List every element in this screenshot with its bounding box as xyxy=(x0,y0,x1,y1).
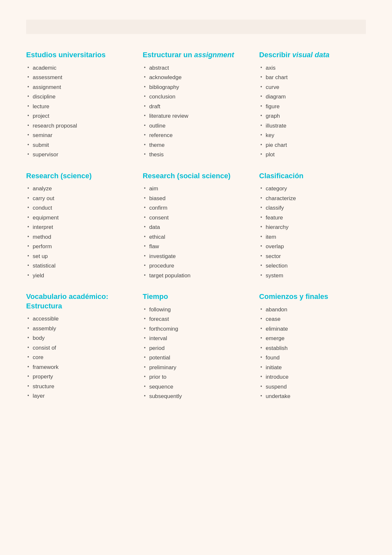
list-item: graph xyxy=(259,111,366,121)
list-item: sequence xyxy=(143,382,250,392)
list-item: carry out xyxy=(26,194,133,203)
list-item: plot xyxy=(259,150,366,160)
list-item: diagram xyxy=(259,92,366,102)
list-item: subsequently xyxy=(143,391,250,401)
list-item: suspend xyxy=(259,382,366,392)
section-research-social-science: Research (social science)aimbiasedconfir… xyxy=(143,171,250,281)
section-title-describir-visual-data: Describir visual data xyxy=(259,50,366,60)
list-item: procedure xyxy=(143,261,250,271)
list-item: draft xyxy=(143,102,250,112)
list-item: key xyxy=(259,130,366,140)
list-item: data xyxy=(143,222,250,232)
list-item: accessible xyxy=(26,314,133,324)
word-list-describir-visual-data: axisbar chartcurvediagramfiguregraphillu… xyxy=(259,63,366,160)
list-item: forecast xyxy=(143,314,250,324)
list-item: structure xyxy=(26,382,133,391)
section-title-comienzos-finales: Comienzos y finales xyxy=(259,292,366,302)
list-item: classify xyxy=(259,203,366,213)
list-item: consist of xyxy=(26,343,133,353)
list-item: interpret xyxy=(26,222,133,232)
column-3: Describir visual dataaxisbar chartcurved… xyxy=(259,50,366,413)
section-estructurar-assignment: Estructurar un assignmentabstractacknowl… xyxy=(143,50,250,160)
section-title-tiempo: Tiempo xyxy=(143,292,250,302)
list-item: item xyxy=(259,232,366,242)
list-item: axis xyxy=(259,63,366,73)
page-title-wrapper xyxy=(26,20,366,34)
list-item: system xyxy=(259,271,366,281)
list-item: body xyxy=(26,333,133,343)
section-research-science: Research (science)analyzecarry outconduc… xyxy=(26,171,133,281)
list-item: acknowledge xyxy=(143,73,250,82)
list-item: category xyxy=(259,184,366,194)
list-item: initiate xyxy=(259,363,366,373)
word-list-estudios-universitarios: academicassessmentassignmentdisciplinele… xyxy=(26,63,133,160)
section-title-research-science: Research (science) xyxy=(26,171,133,181)
list-item: literature review xyxy=(143,111,250,121)
list-item: assignment xyxy=(26,82,133,92)
list-item: submit xyxy=(26,140,133,150)
list-item: theme xyxy=(143,140,250,150)
list-item: introduce xyxy=(259,372,366,382)
list-item: research proposal xyxy=(26,121,133,131)
section-clasificacion: Clasificacióncategorycharacterizeclassif… xyxy=(259,171,366,281)
list-item: investigate xyxy=(143,251,250,261)
list-item: prior to xyxy=(143,372,250,382)
list-item: selection xyxy=(259,261,366,271)
list-item: cease xyxy=(259,314,366,324)
list-item: potential xyxy=(143,353,250,363)
columns-container: Estudios universitariosacademicassessmen… xyxy=(26,50,366,413)
word-list-research-social-science: aimbiasedconfirmconsentdataethicalflawin… xyxy=(143,184,250,280)
word-list-tiempo: followingforecastforthcomingintervalperi… xyxy=(143,305,250,401)
list-item: perform xyxy=(26,242,133,251)
list-item: assembly xyxy=(26,324,133,334)
list-item: discipline xyxy=(26,92,133,102)
list-item: outline xyxy=(143,121,250,131)
section-title-clasificacion: Clasificación xyxy=(259,171,366,181)
list-item: abandon xyxy=(259,305,366,315)
list-item: yield xyxy=(26,271,133,281)
list-item: bar chart xyxy=(259,73,366,82)
list-item: bibliography xyxy=(143,82,250,92)
list-item: eliminate xyxy=(259,324,366,334)
list-item: seminar xyxy=(26,130,133,140)
list-item: found xyxy=(259,353,366,363)
section-describir-visual-data: Describir visual dataaxisbar chartcurved… xyxy=(259,50,366,160)
list-item: biased xyxy=(143,194,250,203)
list-item: illustrate xyxy=(259,121,366,131)
list-item: property xyxy=(26,372,133,382)
list-item: undertake xyxy=(259,391,366,401)
list-item: thesis xyxy=(143,150,250,160)
list-item: confirm xyxy=(143,203,250,213)
list-item: sector xyxy=(259,251,366,261)
list-item: lecture xyxy=(26,102,133,112)
word-list-clasificacion: categorycharacterizeclassifyfeaturehiera… xyxy=(259,184,366,280)
list-item: feature xyxy=(259,213,366,223)
section-estudios-universitarios: Estudios universitariosacademicassessmen… xyxy=(26,50,133,160)
list-item: flaw xyxy=(143,242,250,251)
list-item: core xyxy=(26,353,133,362)
list-item: conduct xyxy=(26,203,133,213)
list-item: project xyxy=(26,111,133,121)
word-list-vocabulario-academico: accessibleassemblybodyconsist ofcorefram… xyxy=(26,314,133,401)
list-item: method xyxy=(26,232,133,242)
list-item: abstract xyxy=(143,63,250,73)
list-item: figure xyxy=(259,102,366,112)
list-item: pie chart xyxy=(259,140,366,150)
list-item: curve xyxy=(259,82,366,92)
section-title-research-social-science: Research (social science) xyxy=(143,171,250,181)
list-item: preliminary xyxy=(143,363,250,373)
word-list-research-science: analyzecarry outconductequipmentinterpre… xyxy=(26,184,133,280)
list-item: ethical xyxy=(143,232,250,242)
list-item: reference xyxy=(143,130,250,140)
list-item: academic xyxy=(26,63,133,73)
word-list-comienzos-finales: abandonceaseeliminateemergeestablishfoun… xyxy=(259,305,366,401)
list-item: assessment xyxy=(26,73,133,82)
column-1: Estudios universitariosacademicassessmen… xyxy=(26,50,133,413)
list-item: analyze xyxy=(26,184,133,194)
list-item: hierarchy xyxy=(259,222,366,232)
list-item: characterize xyxy=(259,194,366,203)
list-item: consent xyxy=(143,213,250,223)
list-item: interval xyxy=(143,334,250,343)
list-item: equipment xyxy=(26,213,133,223)
list-item: emerge xyxy=(259,334,366,343)
